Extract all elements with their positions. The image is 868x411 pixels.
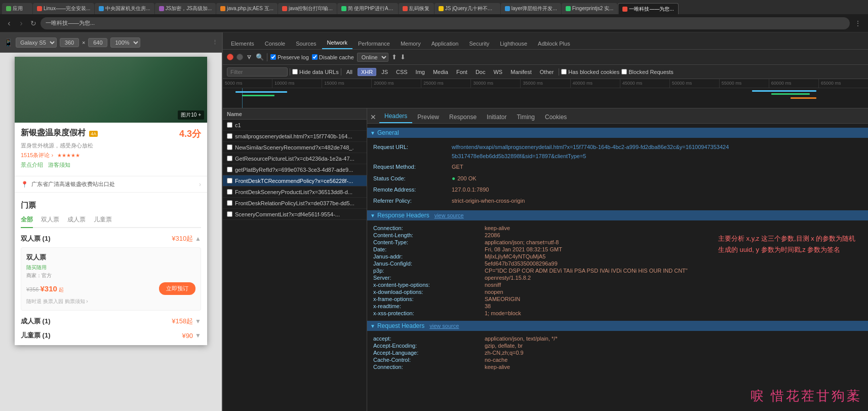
throttle-select[interactable]: Online bbox=[357, 53, 388, 62]
req-checkbox-frontdesktc[interactable] bbox=[227, 178, 232, 183]
req-item-scenerycomment[interactable]: SceneryCommentList?x=df4e561f-9554-... bbox=[223, 209, 367, 220]
tab-java-print[interactable]: java控制台打印输... bbox=[278, 3, 337, 14]
req-item-frontdeskrelation[interactable]: FrontDeskRelationPolicyList?x=de0377be-d… bbox=[223, 198, 367, 209]
blocked-cookies-checkbox[interactable] bbox=[561, 69, 567, 74]
filter-js-btn[interactable]: JS bbox=[378, 68, 391, 76]
filter-manifest-btn[interactable]: Manifest bbox=[507, 68, 535, 76]
filter-xhr-btn[interactable]: XHR bbox=[358, 68, 376, 76]
adult-collapse-icon[interactable]: ▼ bbox=[195, 318, 201, 325]
req-checkbox-c1[interactable] bbox=[227, 122, 232, 128]
req-checkbox-newsimilar[interactable] bbox=[227, 144, 232, 150]
tab-java-aes[interactable]: java,php.js;AES 互... bbox=[216, 3, 278, 14]
detail-tab-headers[interactable]: Headers bbox=[379, 110, 412, 123]
request-view-source-link[interactable]: view source bbox=[429, 323, 459, 329]
tab-console[interactable]: Console bbox=[260, 38, 290, 49]
detail-tab-cookies[interactable]: Cookies bbox=[540, 111, 572, 123]
tab-application[interactable]: Application bbox=[426, 38, 464, 49]
device-select[interactable]: Galaxy S5 bbox=[16, 38, 57, 48]
filter-img-btn[interactable]: Img bbox=[413, 68, 428, 76]
tab-sources[interactable]: Sources bbox=[291, 38, 321, 49]
tab-php[interactable]: 简 使用PHP进行APK... bbox=[337, 3, 398, 14]
link-visitor[interactable]: 游客须知 bbox=[48, 161, 70, 169]
tab-layer[interactable]: layer弹层组件开发... bbox=[501, 3, 561, 14]
tab-adblock[interactable]: Adblock Plus bbox=[533, 38, 575, 49]
req-item-frontdesktc[interactable]: FrontDeskTCRecommendPolicy?x=ce56228f-..… bbox=[223, 175, 367, 186]
width-input[interactable] bbox=[60, 38, 79, 47]
tab-fingerprint[interactable]: Fingerprintjs2 实... bbox=[562, 3, 618, 14]
tab-yiwei[interactable]: 一唯科技——为您... bbox=[618, 3, 678, 14]
close-detail-icon[interactable]: ✕ bbox=[370, 113, 376, 121]
more-options-icon[interactable]: ⋮ bbox=[212, 39, 218, 46]
req-checkbox-frontdeskrelation[interactable] bbox=[227, 200, 232, 206]
ticket-tab-adult[interactable]: 成人票 bbox=[67, 215, 86, 227]
extensions-icon[interactable]: ⋮ bbox=[852, 19, 864, 27]
filter-other-btn[interactable]: Other bbox=[537, 68, 557, 76]
hide-data-urls-checkbox[interactable] bbox=[292, 69, 298, 74]
child-collapse-icon[interactable]: ▼ bbox=[195, 332, 201, 339]
tab-luanma[interactable]: 乱码恢复 bbox=[399, 3, 434, 14]
tab-memory[interactable]: Memory bbox=[396, 38, 426, 49]
reload-icon[interactable]: ↻ bbox=[28, 19, 38, 27]
zoom-select[interactable]: 100% bbox=[110, 38, 140, 48]
double-collapse-icon[interactable]: ▲ bbox=[195, 235, 201, 242]
photo-count-badge[interactable]: 图片10 + bbox=[178, 110, 204, 120]
filter-input[interactable] bbox=[227, 67, 288, 77]
blocked-cookies-label[interactable]: Has blocked cookies bbox=[561, 69, 619, 75]
record-button[interactable] bbox=[227, 54, 233, 60]
req-checkbox-frontdeskscenery[interactable] bbox=[227, 189, 232, 195]
back-icon[interactable]: ‹ bbox=[4, 19, 14, 28]
location-row[interactable]: 📍 广东省广清高速银盏收费站出口处 › bbox=[15, 176, 207, 193]
req-checkbox-getresource[interactable] bbox=[227, 156, 232, 161]
tab-network[interactable]: Network bbox=[322, 37, 352, 49]
view-source-link[interactable]: view source bbox=[435, 212, 464, 218]
stop-button[interactable] bbox=[236, 54, 243, 60]
req-item-smallprog[interactable]: smallprogscenerydetail.html?x=15f7740b-1… bbox=[223, 131, 367, 142]
filter-font-btn[interactable]: Font bbox=[453, 68, 470, 76]
forward-icon[interactable]: › bbox=[16, 19, 26, 28]
req-item-getplat[interactable]: getPlatByRefId?x=699e0763-3ce3-4d87-ade9… bbox=[223, 164, 367, 175]
req-checkbox-getplat[interactable] bbox=[227, 167, 232, 172]
request-headers-section-header[interactable]: ▼ Request Headers view source bbox=[367, 321, 868, 331]
preserve-log-checkbox-label[interactable]: Preserve log bbox=[270, 54, 309, 60]
tab-linux[interactable]: Linux——完全安装... bbox=[33, 3, 94, 14]
height-input[interactable] bbox=[88, 38, 107, 47]
tab-elements[interactable]: Elements bbox=[226, 38, 259, 49]
response-headers-section-header[interactable]: ▼ Response Headers view source bbox=[367, 210, 868, 220]
address-bar[interactable]: 一唯科技——为您... bbox=[41, 17, 850, 29]
tab-lighthouse[interactable]: Lighthouse bbox=[495, 38, 532, 49]
import-icon[interactable]: ⬆ bbox=[391, 53, 397, 61]
ticket-notes[interactable]: 随时退 换票入园 购票须知 › bbox=[26, 298, 195, 305]
link-intro[interactable]: 景点介绍 bbox=[21, 161, 43, 169]
detail-tab-timing[interactable]: Timing bbox=[511, 111, 540, 123]
req-item-c1[interactable]: c1 bbox=[223, 120, 367, 131]
filter-all-btn[interactable]: All bbox=[343, 68, 356, 76]
filter-ws-btn[interactable]: WS bbox=[490, 68, 505, 76]
filter-media-btn[interactable]: Media bbox=[430, 68, 451, 76]
general-section-header[interactable]: ▼ General bbox=[367, 128, 868, 138]
tab-js[interactable]: JS加密，JS高级加... bbox=[155, 3, 216, 14]
tab-jquery[interactable]: JS jQuery几十种不同... bbox=[435, 3, 500, 14]
detail-tab-response[interactable]: Response bbox=[444, 111, 482, 123]
export-icon[interactable]: ⬇ bbox=[400, 53, 406, 61]
tab-performance[interactable]: Performance bbox=[353, 38, 395, 49]
req-item-frontdeskscenery[interactable]: FrontDeskSceneryProductList?x=36513dd8-d… bbox=[223, 186, 367, 198]
tab-apps[interactable]: 应用 bbox=[2, 3, 32, 14]
ticket-tab-double[interactable]: 双人票 bbox=[41, 215, 59, 227]
filter-css-btn[interactable]: CSS bbox=[393, 68, 411, 76]
req-item-getresource[interactable]: GetResourcePictureList?x=cb4236da-1e2a-4… bbox=[223, 153, 367, 164]
tab-security[interactable]: Security bbox=[464, 38, 494, 49]
disable-cache-checkbox[interactable] bbox=[312, 54, 318, 60]
search-icon[interactable]: 🔍 bbox=[256, 53, 264, 61]
filter-icon[interactable]: ⛛ bbox=[246, 53, 253, 61]
hide-data-urls-label[interactable]: Hide data URLs bbox=[292, 69, 339, 75]
disable-cache-checkbox-label[interactable]: Disable cache bbox=[312, 54, 354, 60]
detail-tab-initiator[interactable]: Initiator bbox=[482, 111, 511, 123]
blocked-requests-label[interactable]: Blocked Requests bbox=[621, 69, 674, 75]
review-count[interactable]: 1515条评论 › bbox=[21, 152, 53, 159]
ticket-tab-all[interactable]: 全部 bbox=[21, 215, 33, 228]
detail-tab-preview[interactable]: Preview bbox=[412, 111, 444, 123]
req-checkbox-smallprog[interactable] bbox=[227, 133, 232, 139]
tab-gov[interactable]: 中央国家机关住房... bbox=[95, 3, 154, 14]
blocked-requests-checkbox[interactable] bbox=[621, 69, 627, 74]
filter-doc-btn[interactable]: Doc bbox=[472, 68, 489, 76]
